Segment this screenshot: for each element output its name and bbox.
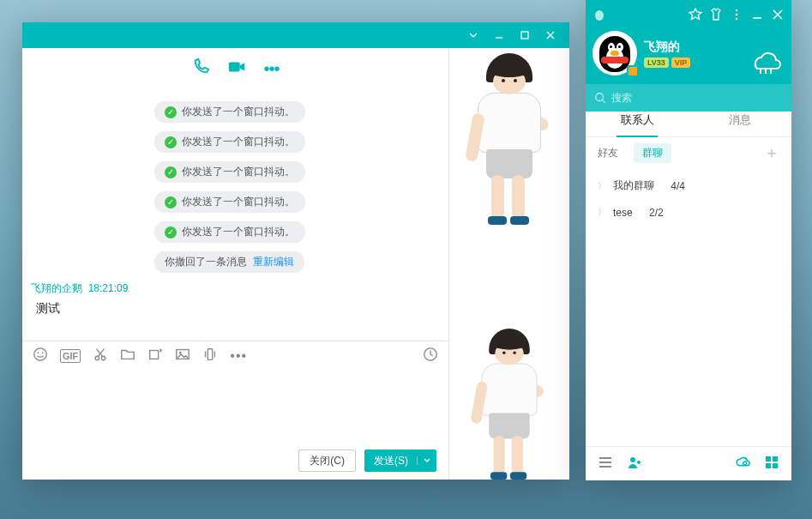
level-badge: LV33 (644, 57, 669, 68)
chat-window: ••• ✓你发送了一个窗口抖动。✓你发送了一个窗口抖动。✓你发送了一个窗口抖动。… (22, 22, 569, 480)
shake-text: 你发送了一个窗口抖动。 (182, 135, 295, 149)
svg-point-23 (630, 457, 635, 462)
weather-icon[interactable] (747, 48, 783, 77)
status-badge-icon (627, 65, 639, 77)
svg-point-15 (736, 14, 738, 16)
tab-messages[interactable]: 消息 (689, 103, 791, 136)
svg-point-4 (37, 352, 39, 353)
svg-rect-25 (766, 456, 771, 462)
panel-close-button[interactable] (771, 8, 785, 21)
check-icon: ✓ (165, 106, 177, 118)
group-list: 〉 我的群聊 4/4 〉 tese 2/2 (586, 168, 791, 446)
shake-text: 你发送了一个窗口抖动。 (182, 105, 295, 119)
close-chat-button[interactable]: 关闭(C) (298, 450, 356, 472)
svg-point-24 (743, 461, 747, 464)
add-button[interactable]: ＋ (764, 142, 779, 163)
shake-text: 你发送了一个窗口抖动。 (182, 225, 295, 239)
profile-avatar[interactable] (592, 31, 637, 75)
folder-icon[interactable] (120, 347, 135, 365)
subtab-friends[interactable]: 好友 (598, 146, 618, 160)
close-button[interactable] (538, 26, 562, 45)
vip-badge: VIP (671, 57, 691, 68)
minimize-button[interactable] (487, 26, 511, 45)
message-time: 18:21:09 (88, 282, 129, 294)
message-input[interactable] (22, 370, 448, 442)
check-icon: ✓ (165, 196, 177, 208)
svg-rect-8 (150, 350, 159, 359)
recall-text: 你撤回了一条消息 (165, 256, 247, 268)
list-item[interactable]: 〉 我的群聊 4/4 (594, 172, 783, 200)
apps-icon[interactable] (764, 455, 779, 474)
cut-icon[interactable] (93, 347, 108, 365)
chevron-right-icon: 〉 (598, 180, 606, 192)
bottom-toolbar (586, 446, 791, 480)
voice-call-icon[interactable] (191, 57, 210, 80)
group-count: 4/4 (671, 180, 685, 192)
history-icon[interactable] (423, 347, 438, 365)
svg-rect-11 (208, 348, 213, 359)
screenshot-icon[interactable] (147, 347, 163, 365)
dropdown-button[interactable] (461, 26, 485, 45)
chevron-right-icon: 〉 (598, 207, 606, 219)
recall-pill: 你撤回了一条消息 重新编辑 (154, 251, 304, 273)
menu-dots-icon[interactable] (730, 8, 743, 21)
star-icon[interactable] (689, 8, 702, 21)
shake-pill: ✓你发送了一个窗口抖动。 (154, 161, 305, 183)
check-icon: ✓ (165, 136, 177, 148)
message-meta: 飞翔的企鹅 18:21:09 (31, 281, 428, 296)
svg-point-3 (34, 347, 46, 359)
shake-pill: ✓你发送了一个窗口抖动。 (154, 131, 305, 153)
sender-name: 飞翔的企鹅 (31, 282, 82, 294)
svg-point-21 (596, 94, 604, 101)
shake-pill: ✓你发送了一个窗口抖动。 (154, 221, 305, 243)
shake-text: 你发送了一个窗口抖动。 (182, 165, 295, 179)
profile-name[interactable]: 飞翔的 (644, 39, 690, 55)
emoji-icon[interactable] (33, 347, 48, 365)
svg-rect-26 (773, 456, 778, 462)
tshirt-icon[interactable] (709, 8, 723, 21)
cloud-icon[interactable] (735, 455, 750, 474)
svg-rect-2 (229, 63, 240, 72)
panel-minimize-button[interactable] (750, 8, 764, 21)
message-text: 测试 (36, 301, 428, 317)
call-toolbar: ••• (22, 48, 448, 89)
video-call-icon[interactable] (227, 57, 246, 80)
hamburger-icon[interactable] (598, 455, 613, 474)
image-icon[interactable] (175, 347, 190, 365)
penguin-status-icon[interactable] (592, 8, 606, 21)
svg-point-5 (42, 352, 44, 353)
chat-titlebar (22, 22, 569, 48)
message-area: ✓你发送了一个窗口抖动。✓你发送了一个窗口抖动。✓你发送了一个窗口抖动。✓你发送… (22, 89, 448, 341)
group-name: tese (613, 207, 633, 219)
check-icon: ✓ (165, 226, 177, 238)
search-input[interactable] (611, 92, 783, 104)
group-name: 我的群聊 (613, 178, 654, 193)
svg-rect-1 (521, 32, 528, 39)
send-options-icon (417, 456, 436, 465)
list-item[interactable]: 〉 tese 2/2 (594, 200, 783, 226)
svg-rect-27 (766, 463, 771, 468)
svg-point-14 (736, 9, 738, 12)
self-avatar[interactable] (468, 329, 551, 457)
tab-contacts[interactable]: 联系人 (586, 103, 689, 136)
shake-text: 你发送了一个窗口抖动。 (182, 195, 295, 209)
svg-point-16 (736, 18, 738, 21)
svg-rect-28 (773, 463, 778, 468)
shake-pill: ✓你发送了一个窗口抖动。 (154, 191, 305, 213)
maximize-button[interactable] (513, 26, 537, 45)
check-icon: ✓ (165, 166, 177, 178)
search-icon (594, 92, 606, 104)
main-panel: 飞翔的 LV33 VIP 联系人 消息 好友 群聊 ＋ 〉 我的群聊 4/ (586, 0, 791, 480)
shake-icon[interactable] (202, 347, 218, 365)
gif-icon[interactable]: GIF (60, 349, 81, 363)
editor-toolbar: GIF ••• (22, 341, 448, 370)
more-icon[interactable]: ••• (263, 59, 279, 79)
group-count: 2/2 (649, 207, 664, 219)
add-contact-icon[interactable] (627, 455, 642, 474)
toolbar-more-icon[interactable]: ••• (230, 348, 247, 364)
send-button[interactable]: 发送(S) (364, 450, 436, 472)
contact-avatar[interactable] (462, 53, 556, 225)
re-edit-link[interactable]: 重新编辑 (253, 256, 294, 268)
subtab-groups[interactable]: 群聊 (634, 143, 671, 163)
svg-point-13 (595, 10, 604, 21)
